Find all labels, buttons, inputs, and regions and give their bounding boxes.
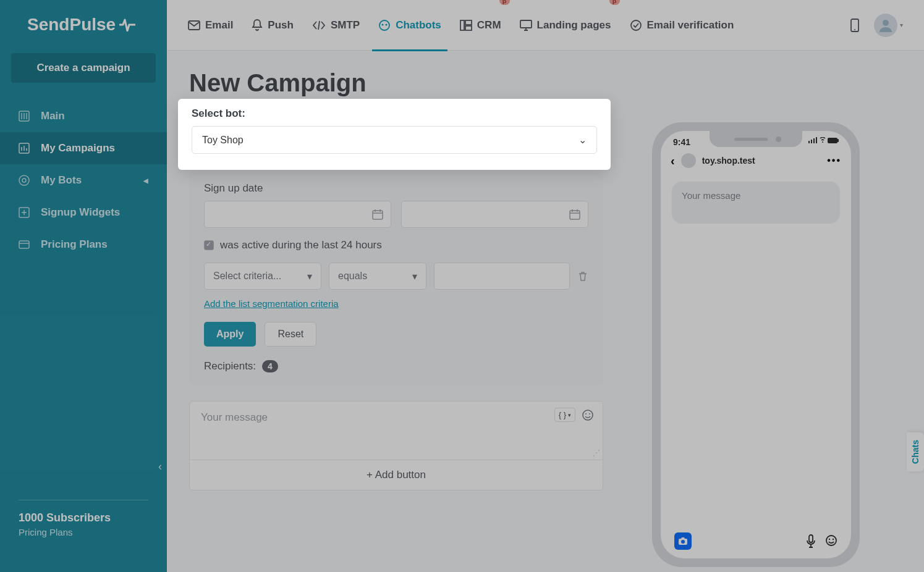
criteria-value-input[interactable]	[434, 263, 570, 290]
select-bot-label: Select bot:	[192, 107, 597, 120]
bell-icon	[252, 19, 263, 32]
chevron-down-icon: ⌄	[579, 134, 587, 146]
message-textarea[interactable]: Your message { } ▾ ⋰	[190, 402, 603, 460]
beta-badge: β	[499, 0, 510, 5]
active-checkbox-row[interactable]: was active during the last 24 hours	[204, 239, 588, 251]
chevron-down-icon: ▾	[412, 271, 417, 282]
nav-label: Email	[205, 19, 233, 32]
topbar: Email Push SMTP Chatbots CRM β Landing p…	[167, 0, 924, 51]
emoji-icon[interactable]	[825, 534, 837, 547]
pricing-plans-link[interactable]: Pricing Plans	[19, 527, 148, 537]
svg-rect-18	[373, 211, 383, 219]
svg-rect-10	[460, 20, 464, 30]
recipients-label: Recipients:	[204, 360, 256, 372]
chat-input-bar	[661, 532, 851, 550]
nav-email[interactable]: Email	[188, 0, 233, 51]
selected-bot-value: Toy Shop	[202, 135, 244, 146]
operator-select[interactable]: equals ▾	[329, 263, 426, 290]
bot-select[interactable]: Toy Shop ⌄	[192, 126, 597, 154]
status-icons	[808, 137, 839, 147]
sidebar-item-main[interactable]: Main	[0, 100, 167, 132]
svg-point-14	[631, 20, 641, 30]
nav-landing[interactable]: Landing pages β	[520, 0, 611, 51]
svg-point-31	[833, 539, 834, 540]
nav-smtp[interactable]: SMTP	[312, 0, 360, 51]
landing-icon	[520, 20, 532, 31]
svg-point-23	[822, 141, 823, 143]
chevron-down-icon: ▾	[307, 271, 312, 282]
back-icon[interactable]: ‹	[671, 154, 675, 168]
sidebar-footer: 1000 Subscribers Pricing Plans	[19, 500, 148, 537]
camera-button[interactable]	[674, 532, 692, 550]
sidebar-item-widgets[interactable]: Signup Widgets	[0, 196, 167, 229]
signup-date-label: Sign up date	[204, 182, 588, 195]
resize-handle[interactable]: ⋰	[593, 448, 600, 457]
nav-verification[interactable]: Email verification	[630, 0, 734, 51]
nav-crm[interactable]: CRM β	[460, 0, 501, 51]
nav-push[interactable]: Push	[252, 0, 294, 51]
criteria-select[interactable]: Select criteria... ▾	[204, 263, 321, 290]
operator-label: equals	[338, 271, 367, 282]
page-title: New Campaign	[189, 69, 902, 97]
phone-preview: 9:41 ‹ toy.shop.test ••• Your message	[652, 122, 860, 567]
svg-point-30	[829, 539, 830, 540]
collapse-sidebar-icon[interactable]: ‹	[158, 460, 162, 473]
chat-avatar	[681, 153, 696, 168]
chat-header: ‹ toy.shop.test •••	[661, 147, 851, 177]
signup-date-from[interactable]	[204, 201, 391, 228]
phone-time: 9:41	[673, 137, 690, 147]
sidebar-item-label: Pricing Plans	[41, 238, 108, 251]
svg-point-29	[826, 536, 836, 545]
svg-rect-5	[19, 241, 29, 248]
variable-insert-button[interactable]: { } ▾	[554, 408, 575, 422]
widget-icon	[19, 207, 30, 218]
brand-text: SendPulse	[27, 15, 116, 35]
pulse-icon	[119, 18, 135, 32]
check-icon	[630, 19, 642, 32]
brand-logo: SendPulse	[0, 0, 167, 53]
sidebar-item-label: My Campaigns	[41, 142, 115, 154]
add-segmentation-link[interactable]: Add the list segmentation criteria	[204, 298, 339, 309]
nav-label: CRM	[477, 19, 501, 32]
sidebar-item-label: My Bots	[41, 174, 82, 187]
user-menu[interactable]: ▾	[874, 14, 903, 37]
reset-button[interactable]: Reset	[265, 322, 316, 347]
nav-label: Email verification	[647, 19, 734, 32]
more-icon[interactable]: •••	[827, 155, 841, 166]
chat-message-bubble: Your message	[672, 182, 840, 224]
svg-point-17	[883, 20, 889, 26]
subscriber-count: 1000 Subscribers	[19, 511, 148, 524]
chats-side-tab[interactable]: Chats	[907, 432, 924, 471]
sidebar-item-pricing[interactable]: Pricing Plans	[0, 229, 167, 261]
sidebar-item-campaigns[interactable]: My Campaigns	[0, 132, 167, 164]
svg-point-9	[386, 23, 388, 25]
caret-down-icon: ▾	[900, 22, 903, 28]
apply-button[interactable]: Apply	[204, 322, 256, 347]
nav-label: Push	[268, 19, 294, 32]
topbar-right: ▾	[850, 14, 903, 37]
sliders-icon	[19, 111, 30, 122]
svg-rect-25	[837, 139, 839, 142]
create-campaign-button[interactable]: Create a campaign	[11, 53, 156, 83]
signup-date-to[interactable]	[401, 201, 588, 228]
checkbox-label: was active during the last 24 hours	[220, 239, 382, 251]
segmentation-form: Sign up date was active during the last …	[189, 170, 603, 385]
campaigns-icon	[19, 143, 30, 154]
trash-icon[interactable]	[577, 271, 588, 282]
message-placeholder: Your message	[201, 411, 268, 423]
sidebar-item-bots[interactable]: My Bots ◀	[0, 164, 167, 196]
message-editor: Your message { } ▾ ⋰ + Add button	[189, 401, 603, 490]
mobile-icon[interactable]	[850, 19, 859, 32]
phone-notch	[710, 131, 802, 147]
svg-rect-28	[809, 535, 813, 542]
recipients-count: 4	[262, 360, 278, 372]
mic-icon[interactable]	[805, 534, 816, 548]
sidebar: SendPulse Create a campaign Main My Camp…	[0, 0, 167, 572]
nav-chatbots[interactable]: Chatbots	[378, 0, 441, 51]
emoji-icon[interactable]	[582, 409, 594, 421]
svg-point-2	[19, 175, 29, 185]
add-button-action[interactable]: + Add button	[190, 460, 603, 490]
calendar-icon	[372, 209, 383, 220]
bots-icon	[19, 175, 30, 186]
svg-point-16	[854, 29, 855, 30]
